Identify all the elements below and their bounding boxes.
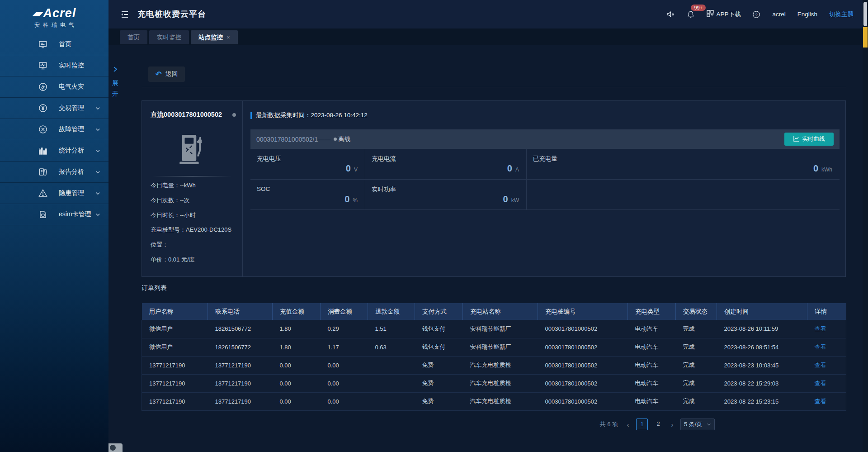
sidebar-item-隐患管理[interactable]: 隐患管理	[0, 183, 108, 204]
column-header-充电桩编号: 充电桩编号	[538, 303, 628, 320]
detail-cell: 查看	[807, 338, 846, 356]
sidebar-item-交易管理[interactable]: 交易管理	[0, 98, 108, 119]
sidebar-item-首页[interactable]: 首页	[0, 34, 108, 55]
table-cell: 2023-08-22 15:29:03	[717, 374, 807, 392]
sidebar-item-电气火灾[interactable]: 电气火灾	[0, 76, 108, 98]
page-size-select[interactable]: 5 条/页	[680, 419, 715, 430]
table-cell: 1.80	[273, 338, 321, 356]
device-monitor: 最新数据采集时间：2023-08-26 10:42:12 00030178010…	[242, 101, 845, 276]
metric-value: 0	[346, 163, 351, 174]
column-header-创建时间: 创建时间	[717, 303, 807, 320]
table-cell: 钱包支付	[415, 338, 463, 356]
sidebar-collapse-icon[interactable]	[120, 10, 129, 21]
metric-充电电流: 充电电流0A	[365, 149, 527, 180]
view-detail-link[interactable]: 查看	[815, 343, 826, 350]
fault-icon	[38, 124, 48, 134]
table-cell: 0.29	[321, 320, 368, 338]
back-button[interactable]: ↶ 返回	[148, 67, 185, 82]
sim-card-icon	[38, 209, 48, 219]
view-detail-link[interactable]: 查看	[815, 398, 826, 404]
app-download-link[interactable]: APP下载	[707, 10, 741, 19]
sidebar-item-label: 实时监控	[59, 62, 84, 70]
sidebar-item-故障管理[interactable]: 故障管理	[0, 119, 108, 140]
view-detail-link[interactable]: 查看	[815, 362, 826, 368]
charging-pile-icon	[142, 133, 242, 168]
accent-bar	[250, 112, 252, 119]
notifications-bell-icon[interactable]: 99+	[687, 10, 695, 19]
tab-实时监控[interactable]: 实时监控	[149, 30, 189, 44]
table-cell: 安科瑞节能新厂	[463, 320, 538, 338]
table-cell: 汽车充电桩质检	[463, 356, 538, 374]
table-cell: 安科瑞节能新厂	[463, 338, 538, 356]
table-cell: 0003017801000502	[538, 392, 628, 410]
page-button-1[interactable]: 1	[636, 419, 648, 430]
expand-sidebar-control[interactable]: 展 开	[110, 66, 120, 99]
realtime-curve-button[interactable]: 实时曲线	[784, 133, 834, 146]
sidebar-item-label: 报告分析	[59, 168, 84, 176]
table-cell: 13771217190	[142, 374, 208, 392]
table-cell	[368, 392, 415, 410]
metric-label: 充电电流	[372, 155, 396, 163]
table-cell: 0003017801000502	[538, 320, 628, 338]
prev-page-arrow[interactable]: ‹	[624, 421, 632, 428]
sidebar-item-统计分析[interactable]: 统计分析	[0, 140, 108, 162]
realtime-curve-label: 实时曲线	[802, 135, 825, 143]
table-cell: 电动汽车	[628, 338, 676, 356]
orders-title: 订单列表	[142, 284, 167, 292]
theme-switch-link[interactable]: 切换主题	[829, 10, 854, 19]
metric-unit: A	[515, 167, 519, 173]
metric-unit: kWh	[821, 167, 832, 173]
chevron-down-icon	[95, 169, 101, 175]
column-header-交易状态: 交易状态	[676, 303, 717, 320]
expand-label-char-1: 展	[110, 77, 120, 88]
table-cell: 13771217190	[208, 392, 273, 410]
table-cell: 2023-08-26 10:11:59	[717, 320, 807, 338]
table-cell: 0.63	[368, 338, 415, 356]
corner-widget[interactable]	[108, 443, 123, 452]
page-button-2[interactable]: 2	[652, 419, 664, 430]
view-detail-link[interactable]: 查看	[815, 380, 826, 386]
table-cell: 电动汽车	[628, 320, 676, 338]
sidebar-item-label: 电气火灾	[59, 83, 84, 91]
language-switch[interactable]: English	[797, 11, 817, 18]
brand-logo-icon: ▰	[31, 6, 44, 20]
back-label: 返回	[165, 70, 178, 78]
connector-status: 离线	[338, 135, 350, 143]
close-icon[interactable]: ×	[226, 34, 230, 41]
sidebar-item-实时监控[interactable]: 实时监控	[0, 55, 108, 76]
page-size-value: 5 条/页	[684, 420, 702, 428]
device-status-dot	[232, 113, 236, 117]
table-cell: 13771217190	[142, 392, 208, 410]
username[interactable]: acrel	[772, 11, 785, 18]
scrollbar-thumb[interactable]	[863, 2, 867, 26]
table-cell: 1.51	[368, 320, 415, 338]
table-cell: 13771217190	[208, 356, 273, 374]
view-detail-link[interactable]: 查看	[815, 325, 826, 332]
sidebar-item-label: 首页	[59, 40, 71, 48]
tab-首页[interactable]: 首页	[120, 30, 147, 44]
table-cell: 0.00	[273, 356, 321, 374]
column-header-退款金额: 退款金额	[368, 303, 415, 320]
metric-unit: kW	[511, 197, 519, 204]
sidebar-item-esim卡管理[interactable]: esim卡管理	[0, 204, 108, 225]
column-header-详情: 详情	[807, 303, 846, 320]
help-icon[interactable]: ?	[752, 10, 760, 19]
sidebar-item-label: 交易管理	[59, 104, 84, 112]
device-info-line: 今日次数：--次	[151, 193, 231, 208]
mute-icon[interactable]	[666, 10, 675, 19]
sidebar-item-报告分析[interactable]: 报告分析	[0, 162, 108, 183]
chevron-down-icon	[95, 105, 101, 111]
connector-strip: 0003017801000502/1—— 离线 实时曲线	[250, 129, 840, 149]
tab-站点监控[interactable]: 站点监控×	[191, 30, 238, 44]
next-page-arrow[interactable]: ›	[669, 421, 676, 428]
metric-value: 0	[507, 163, 512, 174]
table-row: 13771217190137712171900.000.00免费汽车充电桩质检0…	[142, 374, 846, 392]
device-info-list: 今日电量：--kWh今日次数：--次今日时长：--小时充电桩型号：AEV200-…	[151, 178, 231, 267]
back-arrow-icon: ↶	[155, 71, 161, 78]
scrollbar[interactable]	[863, 0, 868, 452]
table-cell: 完成	[676, 392, 717, 410]
header-actions: 99+ APP下载 ? acrel English 切换主题	[666, 0, 854, 29]
table-cell: 2023-08-23 10:03:45	[717, 356, 807, 374]
table-cell: 0.00	[273, 374, 321, 392]
table-cell: 完成	[676, 320, 717, 338]
